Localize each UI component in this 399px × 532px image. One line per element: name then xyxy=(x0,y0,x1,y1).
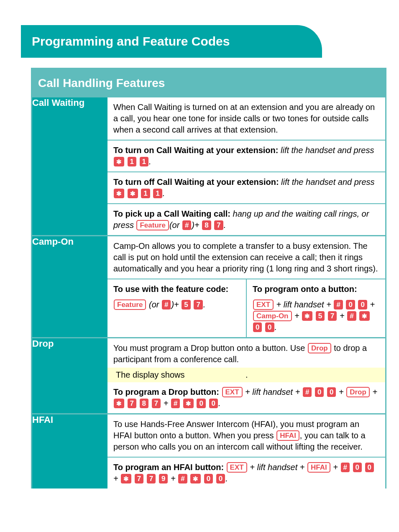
page-title: Programming and Feature Codes xyxy=(21,25,322,58)
or: (or xyxy=(169,220,182,230)
row-label-camp-on: Camp-On xyxy=(32,236,107,338)
camp-on-columns: To use with the feature code: Feature (o… xyxy=(107,279,385,337)
key-hash: # xyxy=(347,311,356,321)
key-7: 7 xyxy=(328,311,337,321)
key-0: 0 xyxy=(197,399,205,408)
row-drop: Drop You must program a Drop button onto… xyxy=(32,338,385,414)
key-0: 0 xyxy=(365,463,374,472)
key-7: 7 xyxy=(152,399,161,408)
key-7: 7 xyxy=(135,474,143,483)
key-star xyxy=(359,311,370,321)
plus: + xyxy=(336,387,346,396)
cw-off-lead: To turn off Call Waiting at your extensi… xyxy=(113,177,281,187)
btn-ext: EXT xyxy=(227,462,247,473)
key-7: 7 xyxy=(214,220,223,230)
row-content-hfai: To use Hands-Free Answer Intercom (HFAI)… xyxy=(107,414,385,489)
period: . xyxy=(225,474,228,483)
row-content-drop: You must program a Drop button onto a bu… xyxy=(107,338,385,414)
row-camp-on: Camp-On Camp-On allows you to complete a… xyxy=(32,236,385,338)
period: . xyxy=(203,300,206,309)
cw-on-action: lift the handset and press xyxy=(281,146,374,155)
hfai-prog-lead: To program an HFAI button: xyxy=(113,463,226,472)
row-content-camp-on: Camp-On allows you to complete a transfe… xyxy=(107,236,385,338)
call-waiting-desc: When Call Waiting is turned on at an ext… xyxy=(107,97,385,141)
key-8: 8 xyxy=(202,220,211,230)
plus: + xyxy=(331,463,340,472)
drop-desc-a: You must program a Drop button onto a bu… xyxy=(113,343,307,353)
row-call-waiting: Call Waiting When Call Waiting is turned… xyxy=(32,97,385,236)
btn-drop: Drop xyxy=(346,387,370,397)
key-1: 1 xyxy=(153,189,162,198)
key-hash: # xyxy=(178,474,187,483)
features-table: Call Waiting When Call Waiting is turned… xyxy=(32,97,385,489)
key-hash: # xyxy=(334,300,343,309)
camp-on-desc: Camp-On allows you to complete a transfe… xyxy=(107,236,385,279)
key-0: 0 xyxy=(327,387,336,397)
key-1: 1 xyxy=(128,157,136,166)
plus: )+ xyxy=(192,220,202,230)
call-waiting-on: To turn on Call Waiting at your extensio… xyxy=(107,141,385,172)
row-content-call-waiting: When Call Waiting is turned on at an ext… xyxy=(107,97,385,236)
key-star xyxy=(183,399,194,408)
key-hash: # xyxy=(162,300,171,309)
period: . xyxy=(224,220,226,230)
plus: )+ xyxy=(171,300,181,309)
row-label-call-waiting: Call Waiting xyxy=(32,97,107,236)
plus: + xyxy=(337,311,347,320)
key-9: 9 xyxy=(159,474,168,483)
key-0: 0 xyxy=(204,474,213,483)
call-waiting-off: To turn off Call Waiting at your extensi… xyxy=(107,172,385,204)
btn-feature: Feature xyxy=(114,299,146,310)
lift: + lift handset + xyxy=(243,387,302,396)
hfai-program: To program an HFAI button: EXT + lift ha… xyxy=(107,458,385,489)
plus: + xyxy=(168,474,178,483)
call-waiting-pickup: To pick up a Call Waiting call: hang up … xyxy=(107,204,385,235)
key-1: 1 xyxy=(141,189,150,198)
drop-highlight-end: . xyxy=(246,370,248,379)
drop-highlight-text: The display shows xyxy=(116,370,185,379)
drop-desc: You must program a Drop button onto a bu… xyxy=(107,338,385,368)
key-star xyxy=(121,474,131,483)
camp-on-right-head: To program onto a button: xyxy=(253,284,379,295)
period: . xyxy=(149,157,151,166)
period: . xyxy=(163,189,165,198)
hfai-desc: To use Hands-Free Answer Intercom (HFAI)… xyxy=(107,414,385,458)
key-0: 0 xyxy=(358,300,367,309)
btn-ext: EXT xyxy=(253,299,274,310)
cw-on-lead: To turn on Call Waiting at your extensio… xyxy=(113,146,281,155)
key-hash: # xyxy=(171,399,180,408)
key-0: 0 xyxy=(346,300,355,309)
key-0: 0 xyxy=(353,463,362,472)
plus: + xyxy=(370,387,377,396)
btn-camp-on: Camp-On xyxy=(253,311,292,321)
btn-ext: EXT xyxy=(222,387,243,397)
key-star xyxy=(128,189,138,198)
key-7: 7 xyxy=(128,399,136,408)
key-star xyxy=(114,189,124,198)
plus: + xyxy=(161,399,171,408)
drop-program: To program a Drop button: EXT + lift han… xyxy=(107,382,385,413)
period: . xyxy=(218,399,221,408)
row-label-drop: Drop xyxy=(32,338,107,414)
or: (or xyxy=(146,300,161,309)
key-5: 5 xyxy=(182,300,190,309)
plus: + xyxy=(292,311,302,320)
plus: + xyxy=(368,300,375,309)
cw-off-action: lift the handset and press xyxy=(281,177,374,187)
key-star xyxy=(114,157,124,166)
cw-pick-lead: To pick up a Call Waiting call: xyxy=(113,209,233,218)
key-8: 8 xyxy=(140,399,148,408)
key-star xyxy=(114,399,124,408)
key-0: 0 xyxy=(265,322,274,332)
key-1: 1 xyxy=(140,157,148,166)
key-0: 0 xyxy=(315,387,324,397)
section-title: Call Handling Features xyxy=(32,69,385,97)
row-label-hfai: HFAI xyxy=(32,414,107,489)
key-7: 7 xyxy=(147,474,156,483)
btn-hfai: HFAI xyxy=(307,462,330,473)
btn-drop: Drop xyxy=(308,343,331,353)
key-0: 0 xyxy=(253,322,262,332)
plus: + xyxy=(113,474,120,483)
key-star xyxy=(302,311,312,321)
key-hash: # xyxy=(303,387,312,397)
